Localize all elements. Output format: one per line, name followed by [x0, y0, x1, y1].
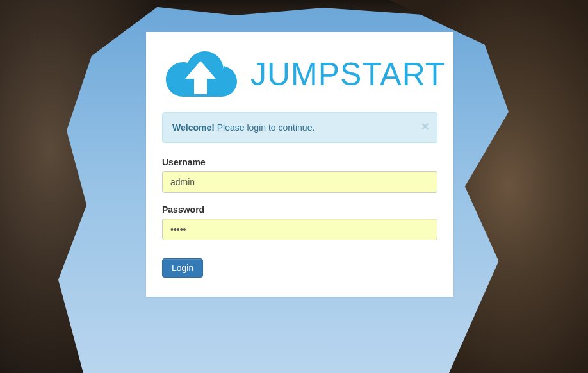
username-label: Username	[162, 157, 437, 167]
username-input[interactable]	[162, 171, 437, 193]
password-input[interactable]	[162, 219, 437, 240]
close-icon: ×	[421, 119, 429, 133]
login-button[interactable]: Login	[162, 258, 203, 278]
alert-text: Please login to continue.	[215, 122, 314, 133]
actions-row: Login	[162, 258, 437, 278]
alert-close-button[interactable]: ×	[421, 119, 429, 133]
password-group: Password	[162, 204, 437, 240]
alert-strong: Welcome!	[172, 122, 215, 133]
username-group: Username	[162, 157, 437, 193]
cloud-upload-icon	[162, 48, 239, 101]
welcome-alert: Welcome! Please login to continue. ×	[162, 112, 437, 143]
password-label: Password	[162, 204, 437, 215]
background-rock-left	[0, 0, 167, 373]
brand-row: JUMPSTART	[162, 48, 437, 101]
brand-wordmark: JUMPSTART	[250, 58, 445, 90]
login-panel: JUMPSTART Welcome! Please login to conti…	[146, 32, 453, 297]
